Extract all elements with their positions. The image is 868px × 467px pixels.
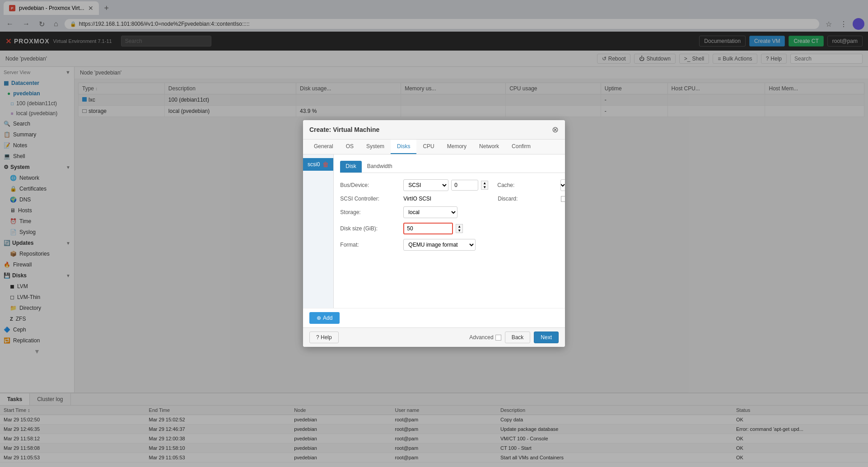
disk-size-row: Disk size (GiB): ▲ ▼ [340,223,565,234]
disk-size-control: ▲ ▼ [403,223,565,234]
discard-label: Discard: [498,196,561,202]
scsi-controller-row: SCSI Controller: VirtIO SCSI Discard: [340,196,565,202]
bus-device-row: Bus/Device: SCSI ▲ ▼ Cache: [340,179,565,191]
modal-tab-disks[interactable]: Disks [391,140,416,154]
modal-tab-memory[interactable]: Memory [441,140,473,154]
bus-device-label: Bus/Device: [340,182,403,188]
disk-size-input[interactable] [403,223,453,234]
modal-add-area: ⊕ Add [303,308,565,327]
modal-main: DiskBandwidth Bus/Device: SCSI ▲ ▼ [334,154,565,308]
modal-help-button[interactable]: ? Help [309,332,339,343]
modal-tab-system[interactable]: System [360,140,391,154]
modal-tab-general[interactable]: General [308,140,340,154]
modal-footer-left: ? Help [309,332,339,343]
create-vm-modal: Create: Virtual Machine ⊗ GeneralOSSyste… [303,120,565,347]
modal-sub-tab-disk[interactable]: Disk [340,161,361,173]
discard-checkbox-area [561,196,565,202]
modal-footer-right: Advanced Back Next [469,332,559,343]
cache-select[interactable]: Default (No cache) [560,179,565,191]
format-control: QEMU image format [403,239,565,251]
scsi0-label: scsi0 [308,161,320,168]
help-label: Help [321,334,332,341]
modal-close-button[interactable]: ⊗ [552,125,559,135]
scsi0-delete-icon[interactable]: 🗑 [322,161,329,168]
scsi-controller-value: VirtIO SCSI [403,196,431,202]
spinner-up[interactable]: ▲ ▼ [481,181,488,190]
device-number-input[interactable] [451,180,478,191]
advanced-checkbox-area: Advanced [469,334,501,341]
format-select[interactable]: QEMU image format [403,239,476,251]
modal-title: Create: Virtual Machine [309,126,379,133]
bus-device-controls: SCSI ▲ ▼ [403,179,488,191]
storage-label: Storage: [340,209,403,215]
disk-size-spinner[interactable]: ▲ ▼ [456,224,463,233]
advanced-checkbox[interactable] [495,335,501,341]
format-row: Format: QEMU image format [340,239,565,251]
storage-row: Storage: local [340,206,565,218]
modal-tab-confirm[interactable]: Confirm [505,140,537,154]
discard-checkbox[interactable] [561,196,565,202]
modal-sub-tabs: DiskBandwidth [340,161,565,173]
modal-body: scsi0 🗑 DiskBandwidth Bus/Device: SCSI [303,154,565,308]
cache-label: Cache: [497,182,560,188]
disk-form: Bus/Device: SCSI ▲ ▼ Cache: [340,179,565,251]
modal-header: Create: Virtual Machine ⊗ [303,120,565,140]
add-icon: ⊕ [317,315,321,321]
back-button[interactable]: Back [505,332,531,343]
modal-disk-sidebar: scsi0 🗑 [303,154,334,308]
modal-sub-tab-bandwidth[interactable]: Bandwidth [362,161,398,173]
storage-control: local [403,206,565,218]
next-button[interactable]: Next [534,332,559,343]
modal-overlay[interactable]: Create: Virtual Machine ⊗ GeneralOSSyste… [0,0,868,467]
modal-footer: ? Help Advanced Back Next [303,327,565,347]
cache-control: Default (No cache) [560,179,565,191]
modal-tab-cpu[interactable]: CPU [416,140,440,154]
modal-tab-os[interactable]: OS [340,140,360,154]
modal-sidebar-scsi0[interactable]: scsi0 🗑 [303,158,333,171]
add-button[interactable]: ⊕ Add [309,312,340,324]
modal-tab-network[interactable]: Network [473,140,505,154]
help-icon: ? [316,334,319,341]
disk-size-label: Disk size (GiB): [340,225,403,232]
disk-size-group: ▲ ▼ [403,223,565,234]
scsi-controller-label: SCSI Controller: [340,196,403,202]
format-label: Format: [340,242,403,248]
storage-select[interactable]: local [403,206,457,218]
scsi-controller-control: VirtIO SCSI [403,196,489,202]
add-label: Add [323,315,332,321]
advanced-label: Advanced [469,334,493,341]
bus-select[interactable]: SCSI [403,179,448,191]
modal-tabs: GeneralOSSystemDisksCPUMemoryNetworkConf… [303,140,565,154]
